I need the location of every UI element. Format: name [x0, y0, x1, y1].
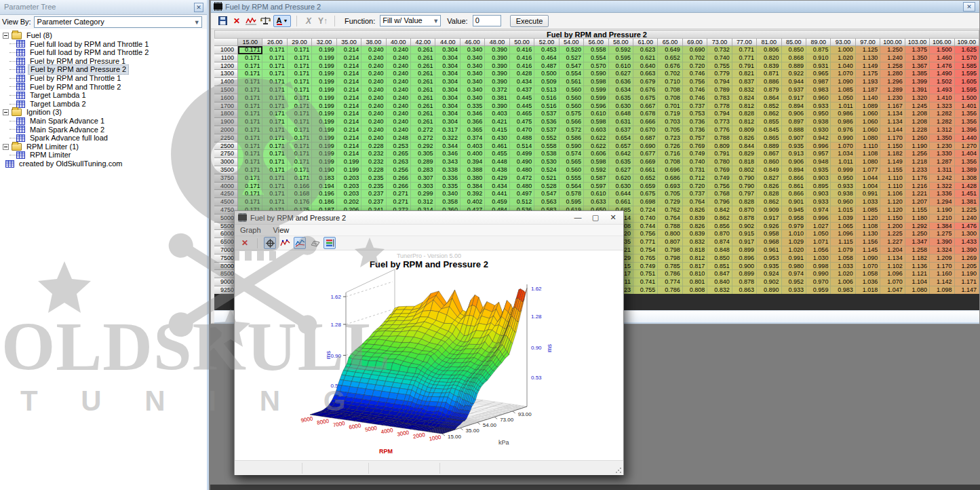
grid-cell[interactable]: 0.620	[609, 174, 633, 183]
row-header[interactable]: 2250	[214, 134, 238, 143]
grid-cell[interactable]: 0.952	[782, 278, 806, 286]
grid-cell[interactable]: 1.080	[856, 158, 880, 166]
grid-cell[interactable]: 1.155	[905, 206, 930, 214]
grid-cell[interactable]: 0.240	[387, 62, 411, 71]
col-header[interactable]: 73.00	[707, 39, 732, 46]
col-header[interactable]: 50.00	[510, 39, 534, 46]
grid-cell[interactable]: 0.702	[683, 54, 707, 62]
grid-cell[interactable]: 0.996	[806, 214, 831, 223]
grid-cell[interactable]: 0.587	[584, 174, 608, 183]
grid-cell[interactable]: 0.171	[262, 158, 287, 166]
grid-cell[interactable]: 0.171	[288, 94, 312, 102]
grid-cell[interactable]: 0.340	[460, 54, 485, 62]
grid-cell[interactable]: 1.034	[831, 150, 855, 158]
grid-cell[interactable]: 0.818	[732, 158, 757, 166]
row-header[interactable]: 4000	[214, 183, 238, 191]
grid-cell[interactable]: 0.856	[707, 223, 732, 231]
grid-cell[interactable]: 0.871	[757, 70, 781, 78]
grid-cell[interactable]: 0.240	[361, 70, 386, 78]
col-header[interactable]: 38.00	[361, 39, 386, 46]
grid-cell[interactable]: 0.240	[361, 94, 386, 102]
grid-cell[interactable]: 0.888	[782, 126, 806, 134]
grid-cell[interactable]: 1.098	[930, 286, 954, 295]
grid-cell[interactable]: 1.451	[955, 190, 979, 198]
grid-cell[interactable]: 0.346	[460, 110, 485, 118]
grid-cell[interactable]: 0.788	[707, 134, 732, 143]
row-header[interactable]: 1400	[214, 78, 238, 86]
grid-cell[interactable]: 0.765	[633, 255, 658, 263]
grid-cell[interactable]: 1.440	[955, 134, 979, 143]
grid-cell[interactable]: 0.851	[707, 263, 732, 271]
grid-cell[interactable]: 1.323	[930, 102, 954, 111]
grid-cell[interactable]: 0.959	[806, 286, 831, 295]
grid-cell[interactable]: 0.986	[831, 110, 855, 118]
col-header[interactable]: 69.00	[683, 39, 707, 46]
grid-cell[interactable]: 0.240	[387, 70, 411, 78]
col-header[interactable]: 93.00	[831, 39, 855, 46]
grid-cell[interactable]: 1.294	[930, 198, 954, 206]
grid-cell[interactable]: 0.902	[757, 278, 781, 286]
grid-cell[interactable]: 0.756	[633, 230, 658, 238]
grid-cell[interactable]: 0.558	[584, 46, 608, 54]
col-header[interactable]: 106.00	[930, 39, 954, 46]
grid-cell[interactable]: 0.434	[510, 78, 534, 86]
grid-cell[interactable]: 0.536	[534, 118, 559, 126]
grid-cell[interactable]: 0.716	[658, 150, 682, 158]
grid-cell[interactable]: 1.070	[880, 278, 905, 286]
col-header[interactable]: 52.00	[534, 39, 559, 46]
grid-cell[interactable]: 1.390	[930, 238, 954, 246]
grid-cell[interactable]: 0.903	[806, 174, 831, 183]
grid-cell[interactable]: 0.686	[658, 174, 682, 183]
close-graph-icon[interactable]: ✕	[239, 237, 251, 249]
grid-cell[interactable]: 1.410	[930, 94, 954, 102]
grid-cell[interactable]: 0.372	[485, 86, 509, 94]
grid-cell[interactable]: 1.347	[905, 238, 930, 246]
grid-cell[interactable]: 0.304	[435, 118, 460, 126]
grid-cell[interactable]: 0.513	[534, 86, 559, 94]
grid-cell[interactable]: 0.974	[782, 270, 806, 278]
grid-cell[interactable]: 0.199	[312, 86, 336, 94]
grid-cell[interactable]: 0.214	[337, 126, 361, 134]
grid-cell[interactable]: 0.801	[683, 278, 707, 286]
grid-cell[interactable]: 1.625	[955, 46, 979, 54]
grid-cell[interactable]: 0.214	[337, 70, 361, 78]
grid-cell[interactable]: 0.800	[658, 230, 682, 238]
grid-cell[interactable]: 0.214	[337, 110, 361, 118]
grid-cell[interactable]: 0.537	[534, 110, 559, 118]
grid-cell[interactable]: 1.230	[880, 94, 905, 102]
grid-cell[interactable]: 0.926	[757, 223, 781, 231]
grid-cell[interactable]: 0.304	[435, 70, 460, 78]
grid-cell[interactable]: 0.935	[806, 166, 831, 174]
grid-cell[interactable]: 0.930	[806, 126, 831, 134]
grid-cell[interactable]: 0.537	[534, 126, 559, 134]
grid-cell[interactable]: 0.199	[312, 54, 336, 62]
grid-cell[interactable]: 1.312	[930, 126, 954, 134]
grid-cell[interactable]: 0.374	[460, 134, 485, 143]
grid-cell[interactable]: 1.060	[856, 118, 880, 126]
grid-cell[interactable]: 0.232	[361, 158, 386, 166]
grid-cell[interactable]: 0.839	[683, 214, 707, 223]
grid-cell[interactable]: 0.676	[633, 86, 658, 94]
col-header[interactable]: 85.00	[782, 39, 806, 46]
grid-cell[interactable]: 0.708	[658, 94, 682, 102]
grid-cell[interactable]: 0.965	[806, 70, 831, 78]
grid-cell[interactable]: 0.820	[757, 54, 781, 62]
grid-cell[interactable]: 0.430	[485, 134, 509, 143]
tree-item[interactable]: Fuel full load by RPM and Throttle 2	[0, 48, 207, 57]
grid-cell[interactable]: 0.261	[411, 102, 435, 111]
row-header[interactable]: 4250	[214, 190, 238, 198]
grid-cell[interactable]: 1.180	[905, 214, 930, 223]
grid-cell[interactable]: 0.445	[510, 94, 534, 102]
col-header[interactable]: 81.00	[757, 39, 781, 46]
tree-node[interactable]: created by OldSkullTuning.com	[0, 159, 207, 168]
grid-cell[interactable]: 0.183	[312, 174, 336, 183]
maximize-button[interactable]: ▢	[587, 212, 604, 223]
surface-graph-button[interactable]	[294, 237, 306, 249]
grid-cell[interactable]: 0.171	[288, 118, 312, 126]
y-axis-icon[interactable]: Y↑	[317, 15, 329, 27]
grid-cell[interactable]: 0.740	[683, 158, 707, 166]
grid-cell[interactable]: 0.849	[757, 166, 781, 174]
grid-cell[interactable]: 0.698	[633, 198, 658, 206]
grid-cell[interactable]: 0.659	[633, 183, 658, 191]
grid-cell[interactable]: 0.756	[707, 183, 732, 191]
